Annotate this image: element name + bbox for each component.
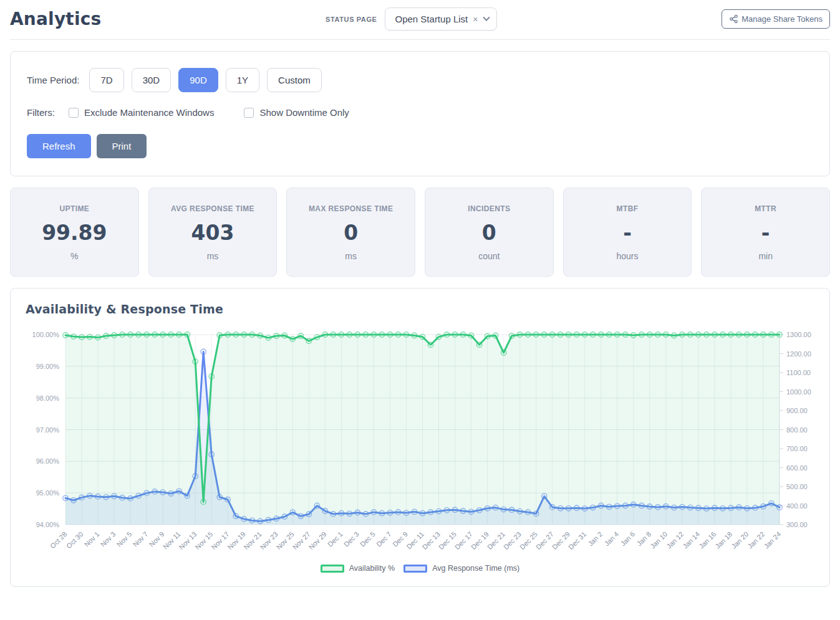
chart-title: Availability & Response Time [26,302,814,316]
stat-card-max-response: MAX RESPONSE TIME 0 ms [286,188,415,277]
time-period-row: Time Period: 7D 30D 90D 1Y Custom [27,68,813,92]
svg-text:Dec 3: Dec 3 [342,530,360,548]
svg-text:800.00: 800.00 [786,426,808,434]
svg-text:94.00%: 94.00% [36,521,60,528]
status-page-selected-value: Open Startup List [395,14,468,24]
svg-text:Jan 2: Jan 2 [587,530,604,548]
stat-label: MTTR [707,204,824,213]
stat-label: UPTIME [16,204,133,213]
stat-label: MAX RESPONSE TIME [292,204,410,213]
stat-card-uptime: UPTIME 99.89 % [10,188,139,277]
manage-share-tokens-button[interactable]: Manage Share Tokens [722,9,830,29]
stat-label: INCIDENTS [430,204,548,213]
status-page-selector-group: STATUS PAGE Open Startup List × [101,7,722,31]
stat-value: - [707,221,824,245]
svg-text:100.00%: 100.00% [32,331,60,338]
svg-text:1300.00: 1300.00 [786,331,811,338]
svg-text:1100.00: 1100.00 [786,369,811,376]
svg-text:Jan 18: Jan 18 [714,530,734,550]
svg-text:Nov 7: Nov 7 [132,530,150,548]
stat-label: AVG RESPONSE TIME [154,204,272,213]
svg-text:97.00%: 97.00% [36,426,60,434]
time-period-custom-button[interactable]: Custom [267,68,322,92]
svg-text:98.00%: 98.00% [36,394,60,402]
svg-text:1200.00: 1200.00 [786,350,811,358]
stat-unit: hours [569,251,687,261]
svg-text:95.00%: 95.00% [36,489,60,497]
stat-unit: count [430,251,548,261]
stat-unit: ms [292,251,410,261]
svg-text:Jan 16: Jan 16 [697,530,717,550]
status-page-select[interactable]: Open Startup List × [385,7,498,31]
exclude-maintenance-label: Exclude Maintenance Windows [84,107,214,118]
print-button[interactable]: Print [97,134,147,158]
svg-text:Oct 30: Oct 30 [65,530,84,550]
refresh-button[interactable]: Refresh [27,134,91,158]
stat-unit: min [707,251,824,261]
clear-selection-icon[interactable]: × [473,15,478,24]
show-downtime-checkbox[interactable] [244,108,254,118]
availability-swatch-icon [321,565,344,573]
stat-unit: % [16,251,133,261]
filters-label: Filters: [27,107,55,118]
svg-text:96.00%: 96.00% [36,457,60,465]
stat-unit: ms [154,251,272,261]
svg-text:Nov 1: Nov 1 [83,530,101,548]
svg-text:600.00: 600.00 [786,464,808,472]
stat-value: 0 [292,221,410,245]
status-page-label: STATUS PAGE [326,16,377,23]
stat-label: MTBF [569,204,687,213]
stat-value: 0 [430,221,548,245]
svg-text:Jan 4: Jan 4 [603,530,620,548]
svg-text:400.00: 400.00 [786,502,808,510]
svg-text:Jan 22: Jan 22 [746,530,766,550]
stat-value: 403 [154,221,272,245]
stat-value: 99.89 [16,221,133,245]
svg-text:99.00%: 99.00% [36,363,60,370]
chart-wrap: Oct 28Oct 30Nov 1Nov 3Nov 5Nov 7Nov 9Nov… [26,321,814,576]
svg-text:300.00: 300.00 [786,521,808,528]
svg-text:Nov 3: Nov 3 [99,530,117,548]
svg-text:700.00: 700.00 [786,445,808,452]
actions-row: Refresh Print [27,134,813,158]
share-icon [729,14,738,24]
svg-text:Nov 29: Nov 29 [307,530,328,551]
time-period-7d-button[interactable]: 7D [89,68,123,92]
time-period-1y-button[interactable]: 1Y [226,68,259,92]
svg-text:Dec 1: Dec 1 [326,530,344,548]
page-title: Analytics [10,9,101,29]
time-period-30d-button[interactable]: 30D [132,68,171,92]
legend-label: Avg Response Time (ms) [432,564,519,573]
svg-text:Jan 6: Jan 6 [619,530,637,548]
svg-text:Jan 20: Jan 20 [730,530,750,550]
svg-text:Dec 7: Dec 7 [375,530,393,548]
chart-legend: Availability % Avg Response Time (ms) [26,564,814,576]
stats-row: UPTIME 99.89 % AVG RESPONSE TIME 403 ms … [10,188,830,277]
stat-card-avg-response: AVG RESPONSE TIME 403 ms [148,188,278,277]
time-period-90d-button[interactable]: 90D [178,68,218,92]
svg-text:500.00: 500.00 [786,483,808,490]
chart-panel: Availability & Response Time Oct 28Oct 3… [10,288,830,587]
svg-text:Jan 14: Jan 14 [681,530,701,550]
stat-card-mtbf: MTBF - hours [563,188,692,277]
svg-text:1000.00: 1000.00 [786,388,811,396]
svg-text:Jan 24: Jan 24 [763,530,783,550]
availability-response-chart: Oct 28Oct 30Nov 1Nov 3Nov 5Nov 7Nov 9Nov… [26,321,816,560]
show-downtime-label: Show Downtime Only [259,107,349,118]
stat-card-mttr: MTTR - min [701,188,830,277]
exclude-maintenance-checkbox[interactable] [69,108,79,118]
stat-value: - [569,221,687,245]
svg-text:900.00: 900.00 [786,407,808,414]
legend-item-availability[interactable]: Availability % [321,564,395,573]
svg-text:Dec 31: Dec 31 [567,530,587,551]
svg-text:Nov 5: Nov 5 [115,530,133,548]
response-time-swatch-icon [403,565,427,573]
time-period-label: Time Period: [27,75,79,85]
svg-text:Dec 5: Dec 5 [359,530,377,548]
filters-row: Filters: Exclude Maintenance Windows Sho… [27,107,813,118]
svg-text:Jan 12: Jan 12 [665,530,685,550]
stat-card-incidents: INCIDENTS 0 count [425,188,554,277]
legend-item-response-time[interactable]: Avg Response Time (ms) [403,564,519,573]
analytics-page: Analytics STATUS PAGE Open Startup List … [0,0,840,620]
legend-label: Availability % [349,564,395,573]
